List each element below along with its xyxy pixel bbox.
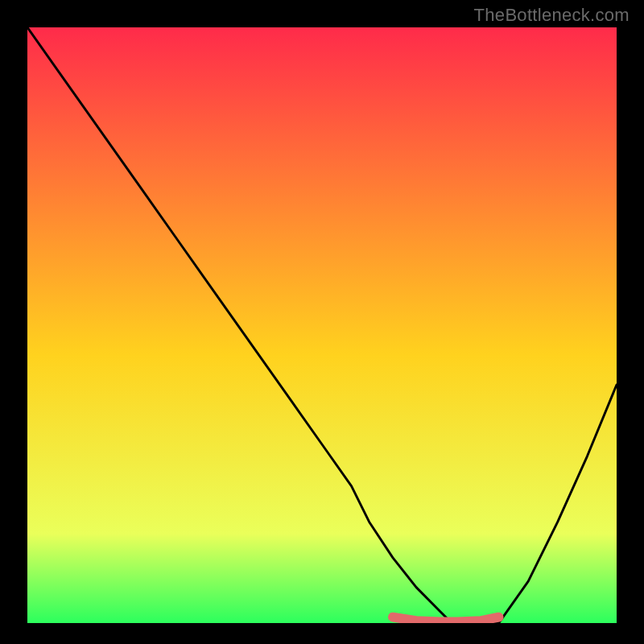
chart-canvas: TheBottleneck.com <box>0 0 644 644</box>
gradient-field <box>27 27 617 623</box>
plot-area <box>27 27 617 623</box>
watermark-text: TheBottleneck.com <box>474 5 630 26</box>
chart-svg <box>27 27 617 623</box>
valley-accent <box>393 617 499 622</box>
